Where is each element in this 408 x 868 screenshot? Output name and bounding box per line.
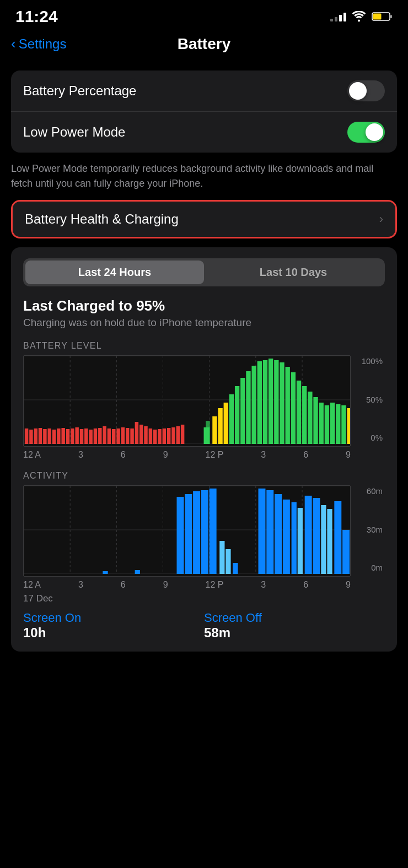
x-label-12p: 12 P [206, 450, 224, 460]
svg-rect-45 [176, 426, 180, 444]
last-10-days-tab[interactable]: Last 10 Days [204, 261, 383, 284]
screen-off-title: Screen Off [204, 611, 385, 625]
svg-rect-50 [218, 408, 222, 444]
svg-rect-55 [246, 371, 250, 444]
svg-rect-92 [233, 563, 238, 574]
charge-title: Last Charged to 95% [23, 297, 385, 314]
svg-rect-90 [219, 541, 224, 574]
svg-rect-37 [139, 425, 143, 444]
battery-percentage-label: Battery Percentage [23, 83, 136, 99]
back-label: Settings [19, 36, 67, 52]
svg-rect-57 [257, 361, 262, 444]
screen-labels: Screen On 10h Screen Off 58m [23, 611, 385, 641]
low-power-mode-thumb [366, 123, 383, 141]
svg-rect-60 [274, 360, 278, 444]
chart-section: Last 24 Hours Last 10 Days Last Charged … [11, 247, 397, 652]
battery-percentage-toggle[interactable] [347, 80, 385, 101]
svg-rect-31 [112, 429, 115, 444]
activity-x-labels: 12 A 3 6 9 12 P 3 6 9 [23, 577, 385, 590]
svg-rect-51 [224, 403, 228, 444]
x-label-12a: 12 A [23, 450, 41, 460]
status-bar: 11:24 [0, 0, 408, 30]
svg-rect-33 [121, 427, 125, 444]
activity-chart-area [23, 485, 351, 577]
screen-off-value: 58m [204, 625, 385, 641]
low-power-mode-row[interactable]: Low Power Mode [11, 112, 397, 153]
date-label: 17 Dec [23, 593, 385, 604]
battery-y-axis: 100% 50% 0% [351, 355, 385, 443]
battery-level-chart-wrapper: 100% 50% 0% [23, 355, 385, 447]
battery-level-label: BATTERY LEVEL [23, 341, 385, 351]
svg-rect-36 [135, 422, 138, 444]
x-label-9p: 9 [346, 450, 351, 460]
screen-on-item: Screen On 10h [23, 611, 204, 641]
svg-rect-22 [71, 428, 74, 444]
battery-y-50: 50% [366, 395, 383, 404]
svg-rect-91 [226, 549, 230, 574]
svg-rect-30 [108, 428, 111, 444]
svg-rect-23 [75, 427, 78, 444]
svg-rect-100 [313, 498, 320, 574]
x-label-6a: 6 [121, 450, 126, 460]
x-label-9a: 9 [163, 450, 168, 460]
wifi-icon [352, 11, 366, 22]
svg-rect-89 [210, 489, 217, 574]
svg-rect-98 [298, 508, 303, 574]
back-button[interactable]: ‹ Settings [11, 36, 66, 52]
battery-health-row[interactable]: Battery Health & Charging › [13, 202, 395, 237]
svg-rect-71 [336, 404, 340, 444]
act-x-label-9a: 9 [163, 580, 168, 590]
low-power-description: Low Power Mode temporarily reduces backg… [11, 161, 397, 191]
svg-rect-42 [163, 428, 166, 444]
act-x-label-9p: 9 [346, 580, 351, 590]
svg-rect-34 [126, 428, 129, 444]
svg-rect-43 [167, 428, 170, 444]
charge-subtitle: Charging was on hold due to iPhone tempe… [23, 317, 385, 329]
battery-percentage-thumb [349, 82, 367, 100]
last-24-hours-tab[interactable]: Last 24 Hours [25, 261, 204, 284]
low-power-mode-toggle[interactable] [347, 122, 385, 143]
svg-rect-63 [291, 372, 296, 444]
svg-rect-66 [308, 392, 312, 444]
time-range-segmented-control[interactable]: Last 24 Hours Last 10 Days [23, 258, 385, 286]
svg-rect-40 [153, 430, 157, 444]
svg-rect-15 [39, 428, 42, 444]
svg-rect-56 [251, 366, 256, 444]
svg-rect-67 [313, 397, 318, 444]
activity-y-0: 0m [371, 563, 383, 572]
x-label-3a: 3 [78, 450, 83, 460]
activity-chart-wrapper: 60m 30m 0m [23, 485, 385, 577]
act-x-label-6p: 6 [303, 580, 308, 590]
svg-rect-72 [341, 405, 346, 444]
svg-rect-39 [149, 428, 152, 444]
svg-rect-101 [321, 505, 326, 574]
svg-rect-97 [292, 502, 297, 574]
activity-y-60: 60m [367, 486, 383, 496]
page-title: Battery [178, 35, 230, 53]
svg-rect-102 [327, 509, 332, 574]
svg-rect-24 [80, 429, 83, 444]
svg-rect-70 [330, 403, 335, 444]
battery-chart-area [23, 355, 351, 447]
svg-rect-104 [342, 530, 350, 574]
battery-percentage-row[interactable]: Battery Percentage [11, 70, 397, 112]
battery-health-group: Battery Health & Charging › [11, 200, 397, 238]
svg-rect-61 [280, 362, 284, 444]
x-label-3p: 3 [261, 450, 266, 460]
status-icons [330, 11, 393, 22]
svg-rect-44 [171, 427, 175, 444]
act-x-label-12p: 12 P [206, 580, 224, 590]
act-x-label-3p: 3 [261, 580, 266, 590]
svg-rect-84 [135, 570, 140, 574]
svg-rect-52 [229, 394, 234, 444]
act-x-label-12a: 12 A [23, 580, 41, 590]
act-x-label-6a: 6 [121, 580, 126, 590]
battery-y-100: 100% [362, 356, 383, 366]
svg-rect-103 [334, 501, 341, 574]
svg-rect-41 [158, 429, 161, 444]
chevron-right-icon: › [379, 212, 383, 226]
svg-rect-13 [29, 430, 33, 444]
screen-off-item: Screen Off 58m [204, 611, 385, 641]
svg-rect-18 [52, 430, 56, 444]
nav-bar: ‹ Settings Battery [0, 30, 408, 62]
